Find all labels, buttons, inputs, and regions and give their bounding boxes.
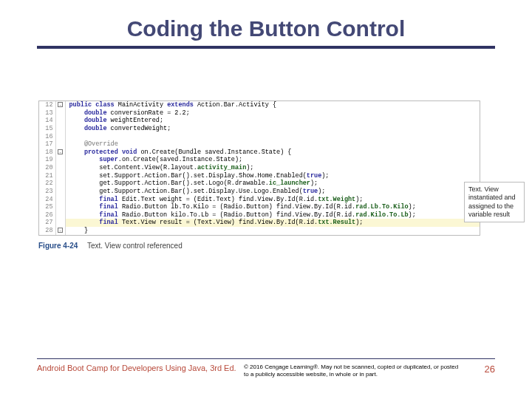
line-number: 25 (39, 203, 55, 211)
code-text: get.Support.Action.Bar().set.Logo(R.draw… (65, 180, 480, 188)
code-line: 18- protected void on.Create(Bundle save… (39, 149, 480, 157)
fold-gutter (55, 133, 65, 141)
fold-gutter: - (55, 101, 65, 109)
code-lines: 12-public class MainActivity extends Act… (39, 101, 480, 235)
copyright-text: © 2016 Cengage Learning®. May not be sca… (244, 364, 473, 378)
line-number: 13 (39, 109, 55, 117)
code-text: public class MainActivity extends Action… (65, 101, 480, 109)
line-number: 27 (39, 219, 55, 227)
fold-gutter (55, 180, 65, 188)
code-text: set.Support.Action.Bar().set.Display.Sho… (65, 172, 480, 180)
book-title: Android Boot Camp for Developers Using J… (37, 364, 244, 372)
fold-gutter: - (55, 227, 65, 235)
fold-gutter (55, 117, 65, 125)
page-number: 26 (473, 364, 495, 375)
code-figure: 12-public class MainActivity extends Act… (38, 100, 480, 250)
code-text: double conversionRate = 2.2; (65, 109, 480, 117)
line-number: 21 (39, 172, 55, 180)
code-line: 22 get.Support.Action.Bar().set.Logo(R.d… (39, 180, 480, 188)
code-line: 28- } (39, 227, 480, 235)
line-number: 22 (39, 180, 55, 188)
code-line: 25 final Radio.Button lb.To.Kilo = (Radi… (39, 203, 480, 211)
fold-gutter (55, 164, 65, 172)
line-number: 12 (39, 101, 55, 109)
line-number: 19 (39, 156, 55, 164)
code-text: @Override (65, 140, 480, 149)
fold-gutter: - (55, 149, 65, 157)
code-text: final Radio.Button kilo.To.Lb = (Radio.B… (65, 211, 480, 219)
fold-gutter (55, 156, 65, 164)
code-text: final Text.View result = (Text.View) fin… (65, 219, 480, 227)
line-number: 15 (39, 125, 55, 133)
fold-gutter (55, 125, 65, 133)
code-line: 19 super.on.Create(saved.Instance.State)… (39, 156, 480, 164)
code-line: 26 final Radio.Button kilo.To.Lb = (Radi… (39, 211, 480, 219)
fold-gutter (55, 172, 65, 180)
line-number: 17 (39, 140, 55, 149)
line-number: 24 (39, 196, 55, 204)
figure-number: Figure 4-24 (38, 242, 78, 250)
code-line: 24 final Edit.Text weight = (Edit.Text) … (39, 196, 480, 204)
fold-gutter (55, 211, 65, 219)
line-number: 23 (39, 188, 55, 196)
line-number: 26 (39, 211, 55, 219)
code-text: super.on.Create(saved.Instance.State); (65, 156, 480, 164)
code-line: 20 set.Content.View(R.layout.activity_ma… (39, 164, 480, 172)
line-number: 20 (39, 164, 55, 172)
code-text: } (65, 227, 480, 235)
line-number: 28 (39, 227, 55, 235)
code-line: 12-public class MainActivity extends Act… (39, 101, 480, 109)
fold-gutter (55, 140, 65, 149)
page-title: Coding the Button Control (37, 16, 495, 49)
code-text: double convertedWeight; (65, 125, 480, 133)
line-number: 16 (39, 133, 55, 141)
code-text: get.Support.Action.Bar().set.Display.Use… (65, 188, 480, 196)
code-text: final Radio.Button lb.To.Kilo = (Radio.B… (65, 203, 480, 211)
code-line: 27 final Text.View result = (Text.View) … (39, 219, 480, 227)
fold-gutter (55, 196, 65, 204)
line-number: 18 (39, 149, 55, 157)
callout-box: Text. View instantiated and assigned to … (464, 182, 525, 222)
code-line: 16 (39, 133, 480, 141)
fold-gutter (55, 219, 65, 227)
code-text: set.Content.View(R.layout.activity_main)… (65, 164, 480, 172)
fold-gutter (55, 188, 65, 196)
code-text: double weightEntered; (65, 117, 480, 125)
code-line: 15 double convertedWeight; (39, 125, 480, 133)
code-line: 13 double conversionRate = 2.2; (39, 109, 480, 117)
fold-gutter (55, 203, 65, 211)
code-line: 21 set.Support.Action.Bar().set.Display.… (39, 172, 480, 180)
code-text (65, 133, 480, 141)
code-text: protected void on.Create(Bundle saved.In… (65, 149, 480, 157)
code-line: 17 @Override (39, 140, 480, 149)
fold-gutter (55, 109, 65, 117)
code-text: final Edit.Text weight = (Edit.Text) fin… (65, 196, 480, 204)
line-number: 14 (39, 117, 55, 125)
figure-caption-text: Text. View control referenced (87, 242, 183, 250)
code-line: 14 double weightEntered; (39, 117, 480, 125)
code-editor: 12-public class MainActivity extends Act… (38, 100, 480, 236)
code-line: 23 get.Support.Action.Bar().set.Display.… (39, 188, 480, 196)
figure-caption: Figure 4-24 Text. View control reference… (38, 242, 480, 250)
slide-footer: Android Boot Camp for Developers Using J… (37, 358, 495, 378)
